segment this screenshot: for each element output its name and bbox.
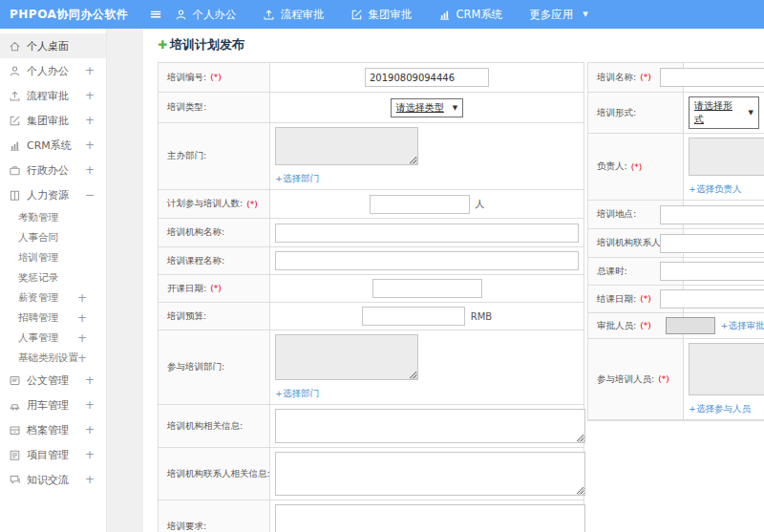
nav-item-more-apps[interactable]: 更多应用▼: [529, 8, 587, 22]
host-department-link[interactable]: +选择部门: [275, 173, 319, 183]
form-left-column: 培训编号:(*)培训类型:请选择类型▼主办部门:+选择部门计划参与培训人数:(*…: [158, 62, 584, 532]
training-budget-input[interactable]: [362, 307, 465, 326]
participating-departments-textarea[interactable]: [275, 334, 418, 380]
sidebar-item-document-mgmt[interactable]: 公文管理+: [0, 368, 106, 393]
form-row-training-requirements: 培训要求:: [159, 500, 584, 532]
start-date-input[interactable]: [372, 279, 482, 298]
expand-icon[interactable]: +: [85, 89, 95, 102]
expand-icon[interactable]: +: [85, 398, 95, 412]
chevron-down-icon: ▼: [453, 104, 457, 112]
form-row-training-location: 培训地点:: [588, 201, 764, 229]
sidebar-item-personnel-contract[interactable]: 人事合同: [0, 227, 106, 247]
form-row-participating-departments: 参与培训部门:+选择部门: [159, 330, 584, 405]
nav-item-crm-system[interactable]: CRM系统: [438, 8, 502, 22]
training-type-select[interactable]: 请选择类型▼: [391, 98, 463, 117]
sidebar-item-crm-system[interactable]: CRM系统+: [0, 133, 106, 158]
person-in-charge-textarea[interactable]: [689, 138, 764, 176]
sidebar-item-label: 培训管理: [18, 251, 58, 265]
sidebar-item-group-approval[interactable]: 集团审批+: [0, 108, 106, 133]
chart-icon: [438, 9, 451, 21]
host-department-textarea[interactable]: [275, 127, 418, 165]
approvers-link[interactable]: +选择审批人员: [721, 320, 764, 332]
training-participants-textarea[interactable]: [689, 343, 764, 395]
sidebar-item-label: 人事合同: [18, 231, 58, 245]
expand-icon[interactable]: +: [77, 291, 87, 305]
expand-icon[interactable]: +: [85, 423, 95, 436]
training-participants-link-line: +选择参与人员: [689, 397, 759, 415]
participating-departments-link[interactable]: +选择部门: [275, 388, 319, 398]
training-org-name-label: 培训机构名称:: [159, 219, 270, 246]
sidebar-item-basic-category-settings[interactable]: 基础类别设置+: [0, 348, 106, 368]
sidebar-item-personal-desktop[interactable]: 个人桌面: [0, 33, 106, 58]
form-row-training-course-name: 培训课程名称:: [159, 247, 584, 275]
form-row-training-budget: 培训预算:RMB: [159, 303, 584, 330]
sidebar-item-label: 行政办公: [27, 163, 69, 178]
end-date-input[interactable]: [660, 289, 764, 309]
training-requirements-textarea[interactable]: [275, 504, 585, 532]
org-related-info-textarea[interactable]: [275, 409, 585, 443]
expand-icon[interactable]: +: [85, 138, 95, 152]
expand-icon[interactable]: +: [85, 114, 95, 127]
chevron-down-icon: ▼: [749, 109, 753, 117]
expand-icon[interactable]: +: [77, 311, 87, 325]
expand-icon[interactable]: +: [85, 473, 95, 486]
training-org-name-input[interactable]: [275, 223, 579, 243]
form-row-planned-participants: 计划参与培训人数:(*)人: [159, 190, 584, 219]
sidebar-item-salary-mgmt[interactable]: 薪资管理+: [0, 287, 106, 308]
menu-toggle-icon[interactable]: ≡: [143, 7, 175, 22]
main-content: ✚ 培训计划发布 培训编号:(*)培训类型:请选择类型▼主办部门:+选择部门计划…: [143, 29, 764, 532]
sidebar-item-vehicle-mgmt[interactable]: 用车管理+: [0, 393, 106, 417]
upload-icon: [263, 9, 275, 21]
person-in-charge-link[interactable]: +选择负责人: [689, 183, 741, 194]
expand-icon[interactable]: +: [77, 331, 87, 345]
sidebar-item-label: 个人办公: [27, 64, 69, 78]
planned-participants-label: 计划参与培训人数:(*): [159, 190, 270, 218]
total-hours-input[interactable]: [660, 262, 764, 281]
sidebar-item-workflow-approval[interactable]: 流程审批+: [0, 83, 106, 108]
sidebar-item-attendance-mgmt[interactable]: 考勤管理: [0, 207, 106, 227]
nav-item-group-approval[interactable]: 集团审批: [350, 8, 412, 22]
required-marker: (*): [210, 73, 222, 82]
training-course-name-input[interactable]: [275, 251, 579, 270]
training-number-input[interactable]: [365, 68, 489, 87]
sidebar-item-reward-records[interactable]: 奖惩记录: [0, 267, 106, 287]
sidebar-item-training-mgmt[interactable]: 培训管理: [0, 247, 106, 267]
sidebar-gutter: [107, 29, 143, 532]
app-logo: PHPOA协同办公软件: [0, 7, 143, 23]
nav-item-personal-office[interactable]: 个人办公: [175, 8, 236, 22]
org-contact-related-info-textarea[interactable]: [275, 452, 585, 496]
sidebar-item-admin-office[interactable]: 行政办公+: [0, 158, 106, 182]
expand-icon[interactable]: +: [85, 163, 95, 177]
training-budget-unit: RMB: [471, 311, 492, 322]
collapse-icon[interactable]: −: [85, 188, 95, 202]
training-form-label: 培训形式:: [588, 93, 684, 133]
sidebar-item-human-resources[interactable]: 人力资源−: [0, 182, 106, 207]
training-form-select[interactable]: 请选择形式▼: [689, 96, 759, 129]
planned-participants-input[interactable]: [370, 195, 470, 214]
sidebar-item-archive-mgmt[interactable]: 档案管理+: [0, 417, 106, 442]
sidebar-item-knowledge-exchange[interactable]: 知识交流+: [0, 467, 106, 492]
training-name-input[interactable]: [660, 68, 764, 87]
sidebar-item-recruit-mgmt[interactable]: 招聘管理+: [0, 308, 106, 328]
sidebar-item-personal-office[interactable]: 个人办公+: [0, 58, 106, 83]
participating-departments-link-line: +选择部门: [275, 382, 579, 400]
expand-icon[interactable]: +: [85, 373, 95, 387]
form-row-host-department: 主办部门:+选择部门: [159, 123, 584, 190]
form-row-start-date: 开课日期:(*): [159, 275, 584, 303]
org-contact-input[interactable]: [660, 234, 764, 253]
sidebar-item-personnel-mgmt[interactable]: 人事管理+: [0, 328, 106, 348]
sidebar-item-project-mgmt[interactable]: 项目管理+: [0, 442, 106, 467]
training-location-input[interactable]: [660, 205, 764, 224]
training-participants-link[interactable]: +选择参与人员: [689, 403, 751, 414]
page-title-row: ✚ 培训计划发布: [158, 36, 764, 53]
expand-icon[interactable]: +: [85, 64, 95, 77]
expand-icon[interactable]: +: [77, 351, 87, 365]
expand-icon[interactable]: +: [85, 448, 95, 461]
form-right-column: 培训名称:(*)培训形式:请选择形式▼负责人:(*)+选择负责人培训地点:培训机…: [587, 62, 764, 421]
required-marker: (*): [631, 162, 643, 172]
approvers-input[interactable]: [666, 317, 715, 334]
edit-icon: [350, 9, 363, 21]
nav-item-workflow-approval[interactable]: 流程审批: [263, 8, 324, 22]
start-date-label: 开课日期:(*): [159, 275, 270, 302]
sidebar-item-label: 人力资源: [27, 188, 69, 202]
